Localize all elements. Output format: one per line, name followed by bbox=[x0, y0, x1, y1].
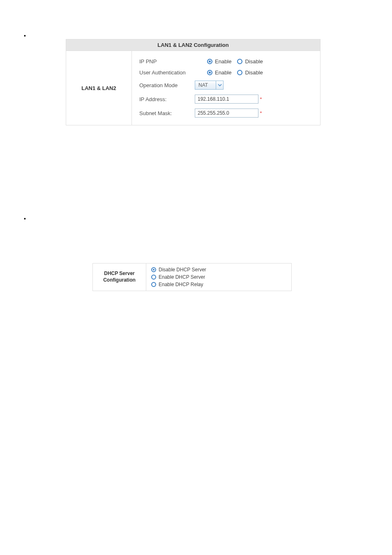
ip-pnp-enable-text: Enable bbox=[215, 58, 231, 65]
dhcp-section-label: DHCP Server Configuration bbox=[93, 264, 146, 291]
dhcp-disable-label: Disable DHCP Server bbox=[159, 267, 206, 273]
subnet-mask-label: Subnet Mask: bbox=[139, 110, 195, 116]
user-auth-enable-text: Enable bbox=[215, 69, 231, 76]
dhcp-enable-server-label: Enable DHCP Server bbox=[159, 274, 205, 280]
subnet-mask-input[interactable]: 255.255.255.0 bbox=[195, 109, 258, 118]
required-mark-icon: * bbox=[260, 97, 262, 102]
user-auth-disable-text: Disable bbox=[245, 69, 263, 76]
lan-config-header: LAN1 & LAN2 Configuration bbox=[66, 39, 321, 51]
op-mode-value: NAT bbox=[195, 82, 216, 88]
lan-section-label: LAN1 & LAN2 bbox=[66, 51, 132, 125]
op-mode-select[interactable]: NAT bbox=[195, 81, 224, 90]
ip-address-label: IP Address: bbox=[139, 96, 195, 102]
ip-address-input[interactable]: 192.168.110.1 bbox=[195, 95, 258, 104]
chevron-down-icon bbox=[216, 81, 223, 89]
dhcp-enable-relay-radio[interactable] bbox=[151, 282, 156, 287]
lan-config-table: LAN1 & LAN2 Configuration LAN1 & LAN2 IP… bbox=[66, 39, 321, 125]
user-auth-disable-radio[interactable] bbox=[237, 70, 242, 75]
dhcp-config-table: DHCP Server Configuration Disable DHCP S… bbox=[92, 263, 292, 291]
dhcp-enable-server-radio[interactable] bbox=[151, 275, 156, 280]
ip-pnp-disable-radio[interactable] bbox=[237, 59, 242, 64]
op-mode-label: Operation Mode bbox=[139, 82, 195, 88]
ip-pnp-disable-text: Disable bbox=[245, 58, 263, 65]
dhcp-disable-radio[interactable] bbox=[151, 267, 156, 272]
dhcp-enable-relay-label: Enable DHCP Relay bbox=[159, 282, 203, 287]
ip-pnp-enable-radio[interactable] bbox=[207, 59, 212, 64]
required-mark-icon: * bbox=[260, 111, 262, 116]
user-auth-enable-radio[interactable] bbox=[207, 70, 212, 75]
user-auth-label: User Authentication bbox=[139, 69, 195, 76]
ip-pnp-label: IP PNP bbox=[139, 58, 195, 65]
